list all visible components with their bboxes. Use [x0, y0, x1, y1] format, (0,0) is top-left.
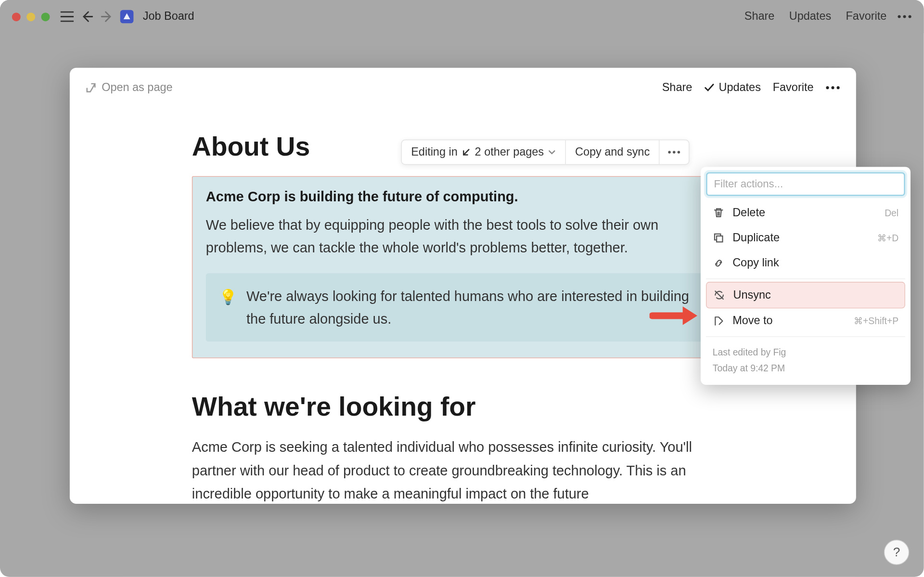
modal-updates[interactable]: Updates [704, 81, 761, 94]
last-edited-time: Today at 9:42 PM [713, 361, 898, 377]
menu-item-label: Duplicate [732, 231, 780, 245]
unsync-icon [713, 289, 725, 301]
titlebar: Job Board Share Updates Favorite [0, 0, 924, 33]
menu-item-label: Move to [732, 315, 772, 328]
synced-block-toolbar: Editing in 2 other pages Copy and sync [401, 140, 690, 165]
modal-updates-label: Updates [719, 81, 761, 94]
arrow-down-left-icon [462, 147, 471, 157]
heading-what-we-are-looking-for[interactable]: What we're looking for [192, 392, 734, 421]
svg-rect-10 [717, 236, 722, 242]
modal-share[interactable]: Share [662, 81, 693, 94]
help-button[interactable]: ? [884, 540, 909, 565]
synced-lead[interactable]: Acme Corp is building the future of comp… [206, 189, 720, 205]
svg-point-8 [678, 151, 680, 154]
traffic-lights [12, 13, 50, 21]
nav-forward-icon[interactable] [100, 10, 114, 24]
svg-point-0 [898, 15, 900, 18]
link-icon [713, 257, 725, 269]
menu-item-label: Delete [732, 206, 765, 220]
lightbulb-icon: 💡 [219, 285, 237, 330]
close-window-button[interactable] [12, 13, 21, 21]
open-as-page-button[interactable]: Open as page [86, 81, 173, 94]
titlebar-updates[interactable]: Updates [785, 7, 835, 26]
page-icon[interactable] [120, 10, 134, 24]
move-to-icon [713, 315, 725, 327]
synced-block[interactable]: Acme Corp is building the future of comp… [192, 176, 734, 359]
menu-item-delete[interactable]: Delete Del [706, 200, 905, 225]
arrow-annotation [650, 304, 703, 328]
block-actions-menu: Delete Del Duplicate ⌘+D Copy link Unsyn… [701, 167, 911, 384]
titlebar-more-icon[interactable] [897, 14, 911, 18]
editing-in-label: Editing in [411, 145, 458, 159]
expand-icon [86, 82, 96, 93]
menu-divider [706, 278, 905, 279]
menu-item-duplicate[interactable]: Duplicate ⌘+D [706, 225, 905, 250]
filter-actions-input[interactable] [706, 172, 905, 196]
titlebar-share[interactable]: Share [741, 7, 779, 26]
fullscreen-window-button[interactable] [41, 13, 50, 21]
synced-para[interactable]: We believe that by equipping people with… [206, 214, 720, 259]
duplicate-icon [713, 232, 725, 244]
other-pages-label: 2 other pages [475, 145, 544, 159]
synced-toolbar-more-icon[interactable] [660, 140, 689, 164]
modal-more-icon[interactable] [825, 86, 840, 90]
menu-footer: Last edited by Fig Today at 9:42 PM [706, 340, 905, 379]
menu-item-shortcut: ⌘+D [877, 233, 899, 243]
modal-favorite[interactable]: Favorite [773, 81, 814, 94]
menu-item-shortcut: ⌘+Shift+P [854, 316, 898, 327]
svg-point-1 [903, 15, 906, 18]
callout-text[interactable]: We're always looking for talented humans… [246, 285, 706, 330]
svg-point-7 [673, 151, 676, 154]
menu-item-move-to[interactable]: Move to ⌘+Shift+P [706, 308, 905, 333]
copy-and-sync-label: Copy and sync [575, 145, 650, 159]
menu-divider [706, 336, 905, 337]
menu-item-unsync[interactable]: Unsync [706, 282, 905, 308]
svg-point-2 [909, 15, 911, 18]
nav-back-icon[interactable] [80, 10, 94, 24]
open-as-page-label: Open as page [102, 81, 172, 94]
minimize-window-button[interactable] [26, 13, 35, 21]
titlebar-favorite[interactable]: Favorite [842, 7, 890, 26]
hamburger-icon[interactable] [61, 11, 74, 22]
trash-icon [713, 207, 725, 219]
check-icon [704, 83, 715, 92]
svg-point-6 [668, 151, 671, 154]
window: Job Board Share Updates Favorite Open as… [0, 0, 924, 577]
menu-item-shortcut: Del [885, 208, 898, 218]
callout-block[interactable]: 💡 We're always looking for talented huma… [206, 273, 720, 341]
last-edited-by: Last edited by Fig [713, 345, 898, 361]
page-title[interactable]: Job Board [143, 10, 194, 24]
svg-point-4 [831, 86, 834, 89]
editing-in-dropdown[interactable]: Editing in 2 other pages [402, 140, 566, 164]
svg-point-5 [837, 86, 840, 89]
menu-item-label: Copy link [732, 257, 779, 270]
looking-para[interactable]: Acme Corp is seeking a talented individu… [192, 436, 734, 504]
copy-and-sync-button[interactable]: Copy and sync [566, 140, 660, 164]
svg-point-3 [826, 86, 829, 89]
menu-item-label: Unsync [733, 288, 771, 302]
modal-topbar: Open as page Share Updates Favorite [70, 68, 856, 108]
chevron-down-icon [548, 148, 556, 157]
menu-item-copy-link[interactable]: Copy link [706, 250, 905, 275]
help-icon: ? [893, 545, 900, 560]
